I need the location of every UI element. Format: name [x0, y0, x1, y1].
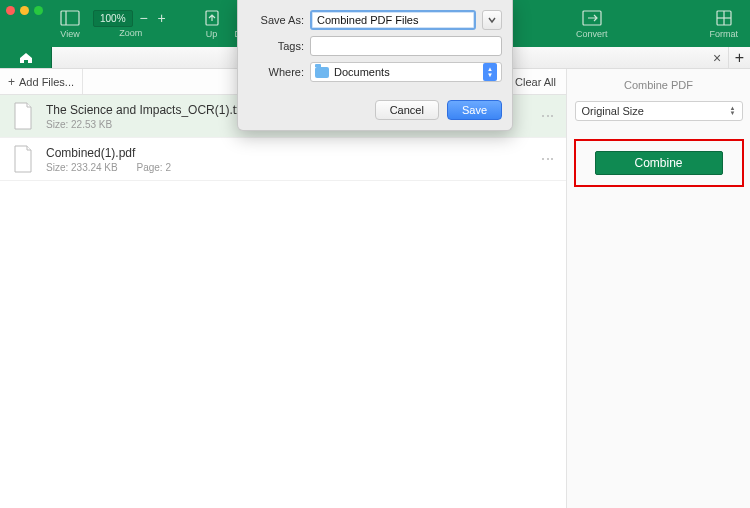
where-select[interactable]: Documents ▲▼: [310, 62, 502, 82]
home-tab[interactable]: [0, 47, 52, 68]
clear-all-button[interactable]: Clear All: [505, 76, 566, 88]
expand-dialog-button[interactable]: [482, 10, 502, 30]
toolbar-up[interactable]: Up: [201, 0, 223, 47]
chevron-down-icon: [487, 15, 497, 25]
zoom-in-button[interactable]: +: [155, 10, 169, 26]
svg-rect-0: [61, 11, 79, 25]
toolbar-view[interactable]: View: [59, 0, 81, 47]
zoom-out-button[interactable]: −: [137, 10, 151, 26]
plus-icon: +: [8, 75, 15, 89]
combine-highlight-box: Combine: [574, 139, 744, 187]
row-more-button[interactable]: ⋮: [540, 152, 556, 167]
close-tab-button[interactable]: ×: [706, 50, 728, 66]
combine-button[interactable]: Combine: [595, 151, 723, 175]
add-files-label: Add Files...: [19, 76, 74, 88]
saveas-input[interactable]: [310, 10, 476, 30]
cancel-button[interactable]: Cancel: [375, 100, 439, 120]
folder-icon: [315, 67, 329, 78]
saveas-label: Save As:: [248, 14, 304, 26]
toolbar-zoom-label: Zoom: [119, 28, 142, 38]
select-stepper-icon: ▲▼: [483, 63, 497, 81]
window-controls: [6, 6, 43, 15]
new-tab-button[interactable]: +: [728, 47, 750, 68]
where-label: Where:: [248, 66, 304, 78]
file-row[interactable]: Combined(1).pdf Size: 233.24 KB Page: 2 …: [0, 138, 566, 181]
toolbar-zoom: 100% − + Zoom: [93, 0, 169, 47]
file-icon: [10, 101, 36, 131]
file-list-pane: + Add Files... Clear All The Science and…: [0, 69, 567, 508]
combine-panel: Combine PDF Original Size ▲▼ Combine: [567, 69, 750, 508]
save-button[interactable]: Save: [447, 100, 502, 120]
file-name: Combined(1).pdf: [46, 146, 171, 160]
select-stepper-icon: ▲▼: [730, 106, 736, 116]
toolbar-view-label: View: [60, 29, 79, 39]
file-size: Size: 233.24 KB: [46, 162, 118, 173]
format-icon: [713, 8, 735, 28]
add-files-button[interactable]: + Add Files...: [0, 69, 83, 94]
tags-label: Tags:: [248, 40, 304, 52]
page-size-value: Original Size: [582, 105, 644, 117]
save-dialog: Save As: Tags: Where: Documents ▲▼ Cance…: [237, 0, 513, 131]
page-size-select[interactable]: Original Size ▲▼: [575, 101, 743, 121]
toolbar-convert[interactable]: Convert: [576, 0, 608, 47]
file-name: The Science and Impacts_OCR(1).txt: [46, 103, 245, 117]
toolbar-convert-label: Convert: [576, 29, 608, 39]
file-page: Page: 2: [137, 162, 171, 173]
zoom-window-button[interactable]: [34, 6, 43, 15]
file-size: Size: 22.53 KB: [46, 119, 112, 130]
where-value: Documents: [334, 66, 390, 78]
tags-input[interactable]: [310, 36, 502, 56]
file-icon: [10, 144, 36, 174]
toolbar-up-label: Up: [206, 29, 218, 39]
convert-icon: [581, 8, 603, 28]
minimize-window-button[interactable]: [20, 6, 29, 15]
close-window-button[interactable]: [6, 6, 15, 15]
panel-title: Combine PDF: [567, 69, 750, 101]
toolbar-format[interactable]: Format: [709, 0, 738, 47]
view-icon: [59, 8, 81, 28]
row-more-button[interactable]: ⋮: [540, 109, 556, 124]
arrow-up-icon: [201, 8, 223, 28]
file-list: The Science and Impacts_OCR(1).txt Size:…: [0, 95, 566, 508]
toolbar-format-label: Format: [709, 29, 738, 39]
zoom-value[interactable]: 100%: [93, 10, 133, 27]
